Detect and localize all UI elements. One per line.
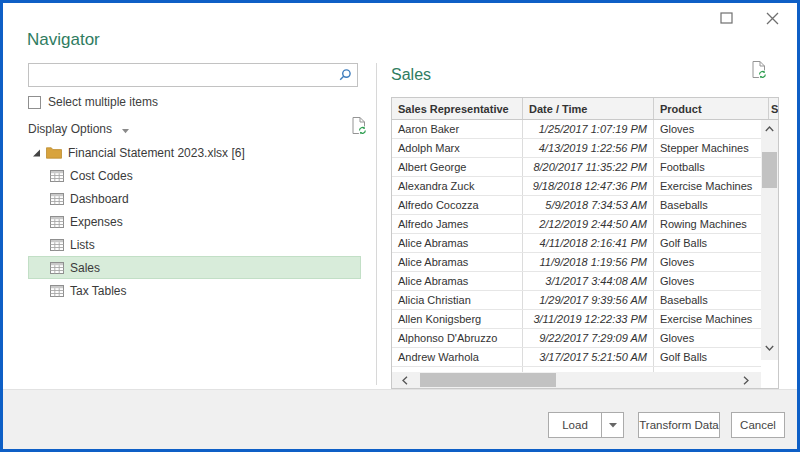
- table-cell: 8/20/2017 11:35:22 PM: [523, 158, 654, 176]
- table-icon: [50, 285, 64, 297]
- close-button[interactable]: [762, 8, 782, 28]
- chevron-down-icon: [122, 123, 129, 137]
- search-box[interactable]: [28, 63, 358, 87]
- search-input[interactable]: [33, 65, 332, 87]
- table-row: Alice Abramas11/9/2018 1:19:56 PMGloves: [392, 253, 761, 272]
- table-cell: Footballs: [654, 158, 761, 176]
- scroll-left-button[interactable]: [396, 372, 413, 388]
- table-cell: 9/18/2018 12:47:36 PM: [523, 177, 654, 195]
- table-row: Alice Abramas4/11/2018 2:16:41 PMGolf Ba…: [392, 234, 761, 253]
- tree-item-label: Expenses: [70, 215, 123, 229]
- transform-data-button-label: Transform Data: [639, 419, 718, 431]
- tree-item-dashboard[interactable]: Dashboard: [28, 187, 361, 210]
- table-cell: Alice Abramas: [392, 234, 523, 252]
- search-icon[interactable]: [338, 68, 352, 86]
- table-row: Alphonso D'Abruzzo9/22/2017 7:29:09 AMGl…: [392, 329, 761, 348]
- tree-item-label: Sales: [70, 261, 100, 275]
- maximize-button[interactable]: [716, 8, 736, 28]
- select-multiple-checkbox[interactable]: [28, 96, 41, 109]
- table-cell: 5/9/2018 7:34:53 AM: [523, 196, 654, 214]
- table-cell: Rowing Machines: [654, 215, 761, 233]
- refresh-preview-icon[interactable]: [751, 60, 768, 84]
- column-header: Product: [654, 98, 769, 119]
- column-header: S: [769, 98, 778, 119]
- table-icon: [50, 262, 64, 274]
- tree-item-expenses[interactable]: Expenses: [28, 210, 361, 233]
- scroll-down-button[interactable]: [761, 339, 778, 356]
- table-cell: 3/17/2017 5:21:50 AM: [523, 348, 654, 366]
- tree-item-sales[interactable]: Sales: [28, 256, 361, 279]
- tree-root-row[interactable]: Financial Statement 2023.xlsx [6]: [28, 141, 361, 164]
- scroll-up-button[interactable]: [761, 120, 778, 137]
- load-button-label: Load: [562, 419, 588, 431]
- table-row: Alfredo James2/12/2019 2:44:50 AMRowing …: [392, 215, 761, 234]
- table-cell: Alphonso D'Abruzzo: [392, 329, 523, 347]
- page-title: Navigator: [27, 30, 100, 50]
- load-dropdown-button[interactable]: [601, 412, 624, 438]
- table-cell: 9/22/2017 7:29:09 AM: [523, 329, 654, 347]
- table-cell: Gloves: [654, 329, 761, 347]
- table-row: Aaron Baker1/25/2017 1:07:19 PMGloves: [392, 120, 761, 139]
- table-cell: Andrew Warhola: [392, 348, 523, 366]
- navigator-dialog: Navigator Select multiple items Display …: [0, 0, 800, 452]
- table-cell: 2/12/2019 2:44:50 AM: [523, 215, 654, 233]
- table-cell: Alfredo James: [392, 215, 523, 233]
- table-cell: Alice Abramas: [392, 272, 523, 290]
- table-icon: [50, 193, 64, 205]
- table-cell: Alexandra Zuck: [392, 177, 523, 195]
- table-row: Adolph Marx4/13/2019 1:22:56 PMStepper M…: [392, 139, 761, 158]
- vertical-scrollbar[interactable]: [761, 120, 778, 360]
- panel-divider: [376, 63, 377, 385]
- chevron-down-icon: [609, 423, 617, 428]
- table-cell: Exercise Machines: [654, 177, 761, 195]
- table-row: Allen Konigsberg3/11/2019 12:22:33 PMExe…: [392, 310, 761, 329]
- table-cell: Gloves: [654, 253, 761, 271]
- maximize-icon: [720, 12, 733, 24]
- table-cell: Golf Balls: [654, 234, 761, 252]
- table-cell: 1/29/2017 9:39:56 AM: [523, 291, 654, 309]
- table-header-row: Sales RepresentativeDate / TimeProductS: [392, 98, 778, 120]
- cancel-button[interactable]: Cancel: [731, 412, 785, 438]
- column-header: Sales Representative: [392, 98, 523, 119]
- table-cell: 3/11/2019 12:22:33 PM: [523, 310, 654, 328]
- transform-data-button[interactable]: Transform Data: [638, 412, 720, 438]
- table-icon: [50, 216, 64, 228]
- table-cell: Baseballs: [654, 291, 761, 309]
- table-cell: Alfredo Cocozza: [392, 196, 523, 214]
- tree-item-label: Cost Codes: [70, 169, 133, 183]
- table-cell: 1/25/2017 1:07:19 PM: [523, 120, 654, 138]
- workbook-label: Financial Statement 2023.xlsx [6]: [68, 146, 245, 160]
- tree-item-label: Lists: [70, 238, 95, 252]
- table-icon: [50, 239, 64, 251]
- table-body: Aaron Baker1/25/2017 1:07:19 PMGlovesAdo…: [392, 120, 761, 372]
- footer-bar: Load Transform Data Cancel: [0, 389, 800, 452]
- table-cell: 3/1/2017 3:44:08 AM: [523, 272, 654, 290]
- horizontal-scrollbar-thumb[interactable]: [420, 373, 556, 387]
- table-icon: [50, 170, 64, 182]
- tree-item-lists[interactable]: Lists: [28, 233, 361, 256]
- navigation-tree: Financial Statement 2023.xlsx [6] Cost C…: [28, 141, 361, 302]
- select-multiple-checkbox-row[interactable]: Select multiple items: [28, 95, 158, 109]
- vertical-scrollbar-thumb[interactable]: [762, 152, 777, 188]
- display-options-dropdown[interactable]: Display Options: [28, 120, 129, 137]
- scroll-right-button[interactable]: [737, 372, 754, 388]
- preview-table: Sales RepresentativeDate / TimeProductS …: [391, 97, 779, 389]
- table-cell: 11/9/2018 1:19:56 PM: [523, 253, 654, 271]
- table-cell: Albert George: [392, 158, 523, 176]
- folder-icon: [46, 146, 62, 159]
- column-header: Date / Time: [523, 98, 654, 119]
- load-button[interactable]: Load: [548, 412, 602, 438]
- tree-item-label: Tax Tables: [70, 284, 126, 298]
- table-row: Alexandra Zuck9/18/2018 12:47:36 PMExerc…: [392, 177, 761, 196]
- table-cell: Baseballs: [654, 196, 761, 214]
- refresh-tree-icon[interactable]: [351, 116, 368, 140]
- horizontal-scrollbar[interactable]: [392, 372, 761, 388]
- table-row: Andrew Warhola3/17/2017 5:21:50 AMGolf B…: [392, 348, 761, 367]
- tree-expand-icon[interactable]: [33, 149, 41, 157]
- table-row: Alfredo Cocozza5/9/2018 7:34:53 AMBaseba…: [392, 196, 761, 215]
- table-cell: Alicia Christian: [392, 291, 523, 309]
- tree-item-label: Dashboard: [70, 192, 129, 206]
- tree-item-tax-tables[interactable]: Tax Tables: [28, 279, 361, 302]
- table-cell: Adolph Marx: [392, 139, 523, 157]
- tree-item-cost-codes[interactable]: Cost Codes: [28, 164, 361, 187]
